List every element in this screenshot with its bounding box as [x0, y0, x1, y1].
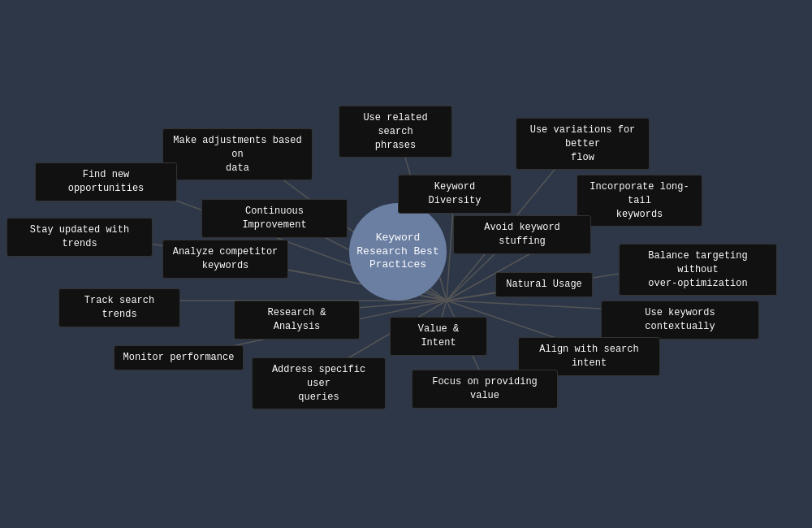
avoid-stuffing: Avoid keyword stuffing: [453, 215, 591, 254]
use-related-phrases: Use related search phrases: [339, 106, 452, 158]
stay-updated: Stay updated with trends: [6, 218, 153, 257]
use-contextually: Use keywords contextually: [601, 301, 759, 340]
mindmap-canvas: Keyword Research Best Practices Keyword …: [0, 0, 812, 528]
center-node: Keyword Research Best Practices: [349, 203, 447, 301]
use-variations: Use variations for better flow: [516, 118, 650, 170]
find-opportunities: Find new opportunities: [35, 162, 177, 201]
balance-targeting: Balance targeting without over-optimizat…: [619, 244, 777, 296]
keyword-diversity: Keyword Diversity: [398, 175, 512, 214]
incorporate-longtail: Incorporate long-tail keywords: [577, 175, 702, 227]
address-specific: Address specific user queries: [252, 357, 386, 409]
track-trends: Track search trends: [58, 288, 180, 327]
make-adjustments: Make adjustments based on data: [162, 128, 313, 180]
focus-providing-value: Focus on providing value: [412, 370, 558, 409]
natural-usage: Natural Usage: [495, 272, 593, 297]
analyze-competitor: Analyze competitor keywords: [162, 240, 288, 279]
value-intent: Value & Intent: [390, 317, 487, 356]
research-analysis: Research & Analysis: [234, 301, 360, 340]
monitor-performance: Monitor performance: [114, 345, 244, 370]
continuous-improvement: Continuous Improvement: [201, 199, 348, 238]
